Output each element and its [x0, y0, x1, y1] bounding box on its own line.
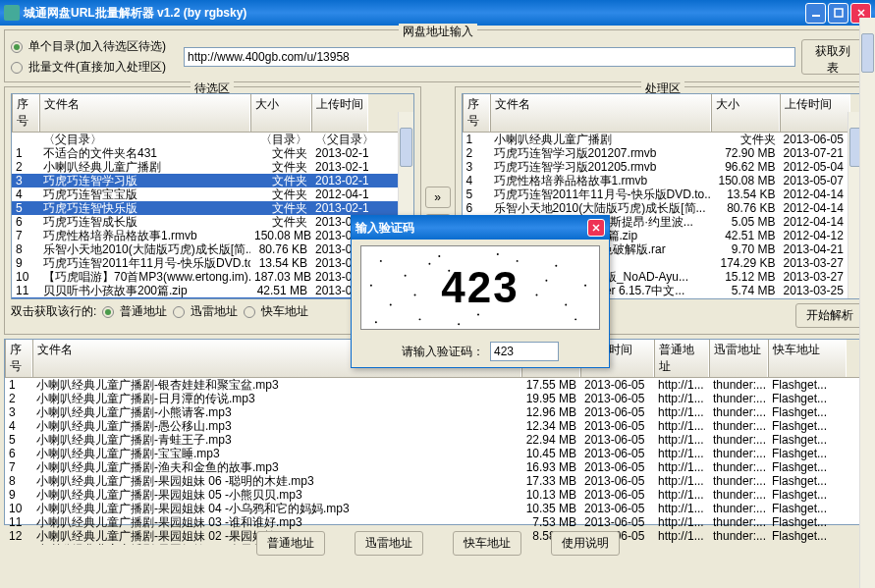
- radio-batch-file[interactable]: 批量文件(直接加入处理区): [11, 59, 178, 76]
- titlebar: 城通网盘URL批量解析器 v1.2 (by rgbsky): [0, 0, 875, 26]
- table-row[interactable]: 4巧虎巧连智宝宝版文件夹2012-04-11: [12, 187, 413, 201]
- footer-normal-button[interactable]: 普通地址: [256, 531, 325, 556]
- table-row[interactable]: 〈父目录〉〈目录〉〈父目录〉: [12, 133, 413, 146]
- dblclick-label: 双击获取该行的:: [11, 303, 96, 320]
- modal-titlebar: 输入验证码: [352, 216, 609, 240]
- table-row[interactable]: 7小喇叭经典儿童广播剧-渔夫和金鱼的故事.mp316.93 MB2013-06-…: [5, 460, 870, 474]
- scrollbar[interactable]: [859, 18, 875, 588]
- table-row[interactable]: 1小喇叭经典儿童广播剧-银杏娃娃和聚宝盆.mp317.55 MB2013-06-…: [5, 378, 870, 392]
- svg-point-19: [414, 294, 416, 296]
- table-row[interactable]: 13小喇叭经典儿童广播剧-果园姐妹 01 -春天的声音.mp3775.95 KB…: [5, 543, 870, 545]
- svg-rect-1: [835, 9, 843, 17]
- get-list-button[interactable]: 获取列表: [801, 39, 864, 75]
- table-row[interactable]: 3巧虎巧连智学习版201205.rmvb96.62 MB2012-05-04: [463, 160, 864, 174]
- window-title: 城通网盘URL批量解析器 v1.2 (by rgbsky): [24, 5, 803, 22]
- svg-point-9: [574, 318, 576, 320]
- svg-rect-0: [812, 15, 820, 17]
- svg-point-8: [535, 294, 537, 296]
- url-group-title: 网盘地址输入: [399, 24, 477, 40]
- table-row[interactable]: 10小喇叭经典儿童广播剧-果园姐妹 04 -小乌鸦和它的妈妈.mp310.35 …: [5, 502, 870, 515]
- svg-point-17: [375, 321, 377, 323]
- svg-point-11: [517, 260, 519, 262]
- svg-point-5: [477, 313, 479, 315]
- process-header: 序号 文件名 大小 上传时间: [463, 94, 864, 133]
- svg-point-16: [565, 304, 567, 306]
- svg-point-14: [458, 323, 460, 325]
- footer-flashget-button[interactable]: 快车地址: [453, 531, 521, 556]
- app-icon: [4, 5, 20, 21]
- svg-point-21: [428, 263, 430, 265]
- start-parse-button[interactable]: 开始解析: [795, 303, 864, 328]
- table-row[interactable]: 11小喇叭经典儿童广播剧-果园姐妹 03 -谁和谁好.mp37.53 MB201…: [5, 515, 870, 529]
- modal-close-button[interactable]: [587, 219, 605, 237]
- svg-point-6: [555, 265, 557, 267]
- footer-help-button[interactable]: 使用说明: [551, 531, 620, 556]
- svg-point-13: [584, 285, 586, 287]
- modal-title: 输入验证码: [355, 220, 585, 237]
- svg-point-15: [497, 253, 499, 255]
- captcha-input[interactable]: [490, 342, 559, 361]
- table-row[interactable]: 2小喇叭经典儿童广播剧文件夹2013-02-16: [12, 160, 413, 174]
- radio-normal-url[interactable]: 普通地址: [102, 303, 167, 320]
- svg-point-2: [380, 260, 382, 262]
- table-row[interactable]: 3小喇叭经典儿童广播剧-小熊请客.mp312.96 MB2013-06-05ht…: [5, 405, 870, 419]
- svg-point-7: [390, 304, 392, 306]
- table-row[interactable]: 4巧虎性格培养品格故事1.rmvb150.08 MB2013-05-07: [463, 174, 864, 187]
- maximize-button[interactable]: [828, 3, 848, 24]
- radio-flashget-url[interactable]: 快车地址: [244, 303, 308, 320]
- table-row[interactable]: 9小喇叭经典儿童广播剧-果园姐妹 05 -小熊贝贝.mp310.13 MB201…: [5, 488, 870, 502]
- radio-thunder-url[interactable]: 迅雷地址: [173, 303, 238, 320]
- url-input[interactable]: [184, 47, 795, 67]
- table-row[interactable]: 5巧虎巧连智快乐版文件夹2013-02-16: [12, 201, 413, 215]
- table-row[interactable]: 8小喇叭经典儿童广播剧-果园姐妹 06 -聪明的木娃.mp317.33 MB20…: [5, 474, 870, 488]
- pending-header: 序号 文件名 大小 上传时间: [12, 94, 413, 133]
- table-row[interactable]: 1不适合的文件夹名431文件夹2013-02-16: [12, 146, 413, 160]
- table-row[interactable]: 4小喇叭经典儿童广播剧-愚公移山.mp312.34 MB2013-06-05ht…: [5, 419, 870, 433]
- radio-single-dir[interactable]: 单个目录(加入待选区待选): [11, 38, 178, 55]
- captcha-prompt: 请输入验证码：: [402, 344, 484, 360]
- svg-point-12: [419, 318, 421, 320]
- table-row[interactable]: 5小喇叭经典儿童广播剧-青蛙王子.mp322.94 MB2013-06-05ht…: [5, 433, 870, 447]
- table-row[interactable]: 6乐智小天地2010(大陆版巧虎)成长版[简...80.76 KB2012-04…: [463, 201, 864, 215]
- svg-point-20: [545, 280, 547, 282]
- table-row[interactable]: 1小喇叭经典儿童广播剧文件夹2013-06-05: [463, 133, 864, 146]
- table-row[interactable]: 2巧虎巧连智学习版201207.rmvb72.90 MB2013-07-21: [463, 146, 864, 160]
- url-input-group: 网盘地址输入 单个目录(加入待选区待选) 批量文件(直接加入处理区) 获取列表: [4, 29, 871, 82]
- svg-point-3: [405, 275, 407, 277]
- table-row[interactable]: 2小喇叭经典儿童广播剧-日月潭的传说.mp319.95 MB2013-06-05…: [5, 392, 870, 405]
- move-right-button[interactable]: »: [425, 187, 451, 208]
- table-row[interactable]: 6小喇叭经典儿童广播剧-宝宝睡.mp310.45 MB2013-06-05htt…: [5, 447, 870, 460]
- table-row[interactable]: 12小喇叭经典儿童广播剧-果园姐妹 02 -果园姐妹.mp38.58 MB201…: [5, 529, 870, 543]
- footer-thunder-button[interactable]: 迅雷地址: [355, 531, 423, 556]
- captcha-image: 423: [360, 245, 600, 330]
- table-row[interactable]: 5巧虎巧连智2011年11月号-快乐版DVD.to...13.54 KB2012…: [463, 187, 864, 201]
- svg-point-10: [370, 285, 372, 287]
- table-row[interactable]: 3巧虎巧连智学习版文件夹2013-02-16: [12, 174, 413, 187]
- minimize-button[interactable]: [805, 3, 826, 24]
- svg-point-4: [438, 255, 440, 257]
- captcha-dialog: 输入验证码 423 请输入验证码：: [351, 215, 610, 368]
